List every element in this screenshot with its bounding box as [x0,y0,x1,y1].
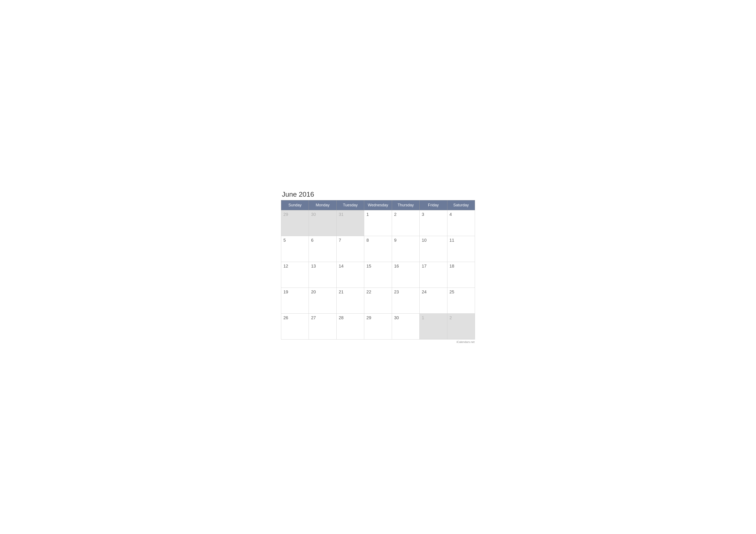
header-cell-wednesday: Wednesday [364,200,392,210]
calendar-cell[interactable]: 12 [281,262,309,288]
calendar-cell[interactable]: 7 [337,236,364,262]
calendar-cell[interactable]: 8 [364,236,392,262]
calendar-cell[interactable]: 19 [281,288,309,314]
calendar-body: 2930311234567891011121314151617181920212… [281,210,475,340]
calendar-cell[interactable]: 30 [392,314,419,340]
calendar-cell[interactable]: 31 [337,210,364,236]
header-cell-sunday: Sunday [281,200,309,210]
calendar-cell[interactable]: 15 [364,262,392,288]
calendar-cell[interactable]: 4 [447,210,475,236]
calendar-cell[interactable]: 26 [281,314,309,340]
calendar-cell[interactable]: 6 [309,236,337,262]
calendar-cell[interactable]: 11 [447,236,475,262]
calendar-cell[interactable]: 2 [447,314,475,340]
week-row-4: 262728293012 [281,314,475,340]
calendar-cell[interactable]: 13 [309,262,337,288]
calendar-cell[interactable]: 10 [419,236,447,262]
header-cell-saturday: Saturday [447,200,475,210]
week-row-2: 12131415161718 [281,262,475,288]
calendar-table: SundayMondayTuesdayWednesdayThursdayFrid… [281,200,475,340]
calendar-cell[interactable]: 16 [392,262,419,288]
watermark: iCalendars.net [281,340,475,343]
week-row-0: 2930311234 [281,210,475,236]
calendar-cell[interactable]: 28 [337,314,364,340]
calendar-cell[interactable]: 17 [419,262,447,288]
calendar-cell[interactable]: 1 [419,314,447,340]
calendar-cell[interactable]: 21 [337,288,364,314]
header-cell-friday: Friday [419,200,447,210]
calendar-title: June 2016 [281,191,475,198]
calendar-cell[interactable]: 30 [309,210,337,236]
calendar-cell[interactable]: 2 [392,210,419,236]
calendar-cell[interactable]: 3 [419,210,447,236]
calendar-cell[interactable]: 5 [281,236,309,262]
header-cell-tuesday: Tuesday [337,200,364,210]
week-row-1: 567891011 [281,236,475,262]
calendar-cell[interactable]: 9 [392,236,419,262]
week-row-3: 19202122232425 [281,288,475,314]
calendar-cell[interactable]: 29 [364,314,392,340]
header-cell-thursday: Thursday [392,200,419,210]
calendar-cell[interactable]: 18 [447,262,475,288]
calendar-container: June 2016 SundayMondayTuesdayWednesdayTh… [281,191,475,343]
header-row: SundayMondayTuesdayWednesdayThursdayFrid… [281,200,475,210]
calendar-cell[interactable]: 1 [364,210,392,236]
calendar-cell[interactable]: 29 [281,210,309,236]
calendar-cell[interactable]: 24 [419,288,447,314]
calendar-cell[interactable]: 22 [364,288,392,314]
calendar-cell[interactable]: 23 [392,288,419,314]
calendar-cell[interactable]: 27 [309,314,337,340]
header-cell-monday: Monday [309,200,337,210]
calendar-cell[interactable]: 25 [447,288,475,314]
calendar-cell[interactable]: 20 [309,288,337,314]
calendar-cell[interactable]: 14 [337,262,364,288]
